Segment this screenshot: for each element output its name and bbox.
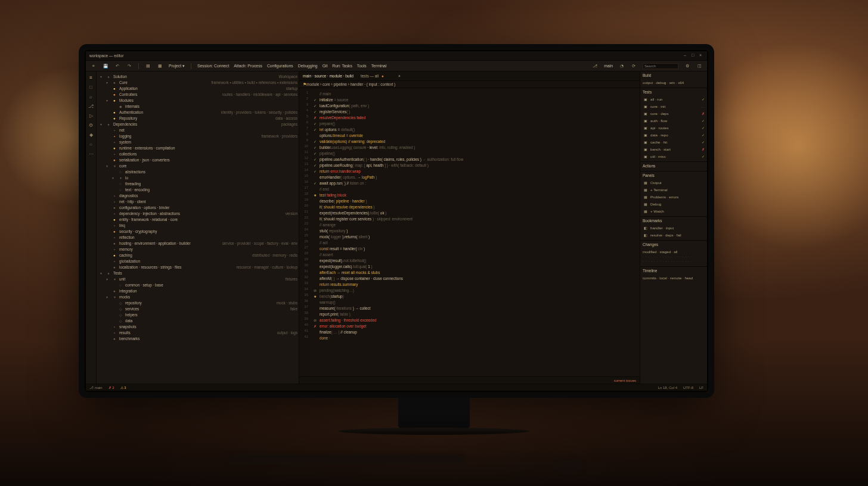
tree-row[interactable]: ▪diagnostics — [98, 193, 297, 199]
tree-row[interactable]: ◇servicesfake — [98, 306, 297, 312]
code-line[interactable]: ✗ error: allocation over budget — [312, 323, 637, 329]
gutter-glyph-icon[interactable]: ⊘ — [312, 288, 317, 292]
gutter-glyph-icon[interactable]: ★ — [312, 294, 317, 298]
tree-row[interactable]: ▪collections — [98, 151, 297, 157]
code-line[interactable]: expect(logger.calls).toEqual( 1 ) — [312, 263, 637, 269]
menu-item-7[interactable]: Terminal — [371, 64, 387, 68]
window-titlebar[interactable]: workspace — editor – □ × — [86, 51, 707, 61]
gutter-glyph-icon[interactable]: ✓ — [312, 98, 317, 102]
chevron-icon[interactable]: ▾ — [112, 175, 116, 181]
panel-row[interactable]: ▦Debug — [643, 200, 705, 207]
panel-row[interactable]: ▦Problems · errors — [643, 193, 705, 200]
tree-row[interactable]: ●integration — [98, 288, 297, 294]
code-line[interactable]: // act — [312, 239, 637, 245]
test-row[interactable]: ▣auth · flow✓ — [643, 117, 705, 124]
gutter-glyph-icon[interactable]: ✓ — [312, 145, 317, 149]
gutter-glyph-icon[interactable]: ✓ — [312, 157, 317, 161]
tree-row[interactable]: ▪loggingframework · providers — [98, 133, 297, 139]
test-row[interactable]: ▣core · init… — [643, 102, 705, 110]
code-line[interactable]: ✓builder.useLogging( console · level: in… — [312, 144, 637, 150]
tree-row[interactable]: ▾▸Tests — [98, 270, 297, 276]
tree-row[interactable]: ▪net · http · client — [98, 199, 297, 205]
code-line[interactable]: afterEach → reset all mocks & stubs — [312, 269, 637, 275]
tree-row[interactable]: ●security · cryptography — [98, 229, 297, 235]
settings-icon[interactable]: ⚙ — [684, 63, 690, 69]
code-line[interactable]: describe( pipeline · handler ) — [312, 198, 637, 204]
activity-icon-2[interactable]: ⌕ — [88, 94, 94, 100]
gutter-glyph-icon[interactable]: ✓ — [312, 104, 317, 108]
code-line[interactable]: ✓pipeline.useAuthentication( ) · handle(… — [312, 156, 637, 162]
test-row[interactable]: ▣all · run✓ — [643, 95, 705, 102]
code-line[interactable]: finalize( … ) // cleanup — [312, 329, 637, 335]
chevron-icon[interactable]: ▾ — [106, 276, 110, 282]
test-row[interactable]: ▣cache · hit✓ — [643, 138, 705, 145]
activity-icon-8[interactable]: ⋯ — [88, 151, 94, 157]
tree-row[interactable]: ●runtime · extensions · compilation — [98, 145, 297, 151]
chevron-icon[interactable]: ▾ — [106, 163, 110, 169]
code-line[interactable]: ✓pipeline() — [312, 150, 637, 156]
tree-row[interactable]: ▪globalization — [98, 258, 297, 264]
activity-icon-5[interactable]: ⚙ — [88, 123, 94, 129]
tree-row[interactable]: ▪linq — [98, 223, 297, 229]
code-line[interactable]: ✓loadConfiguration( path, env ) — [312, 102, 637, 108]
test-row[interactable]: ▣data · repo✓ — [643, 131, 705, 138]
gutter-glyph-icon[interactable]: ✓ — [312, 163, 317, 167]
tree-row[interactable]: ●Repositorydata · access — [98, 116, 297, 122]
tree-row[interactable]: ▪memory — [98, 247, 297, 253]
tree-row[interactable]: ▪dependency · injection · abstractionsve… — [98, 211, 297, 217]
test-row[interactable]: ▣core · deps✗ — [643, 110, 705, 117]
tree-row[interactable]: ▾▾mocks — [98, 294, 297, 300]
code-line[interactable]: ✓return error.handler.wrap — [312, 168, 637, 174]
grid-icon[interactable]: ▦ — [157, 63, 163, 69]
activity-icon-1[interactable]: □ — [88, 85, 94, 91]
code-line[interactable]: ✗resolveDependencies failed — [312, 114, 637, 120]
code-line[interactable]: expect(resolveDependencies).toBe( ok ) — [312, 210, 637, 216]
code-line[interactable]: // main — [312, 91, 637, 96]
build-config-label[interactable]: output · debug · win · x64 — [643, 80, 684, 85]
code-line[interactable]: it( should register core services ) · sk… — [312, 216, 637, 222]
panel-row[interactable]: ▦Output — [643, 179, 705, 186]
menu-item-2[interactable]: Configurations — [267, 64, 293, 68]
tree-row[interactable]: ◇helpers — [98, 312, 297, 318]
code-line[interactable]: measure( iterations ) → collect — [312, 305, 637, 311]
gutter-glyph-icon[interactable]: ✓ — [312, 127, 317, 132]
tree-row[interactable]: ▪snapshots — [98, 324, 297, 330]
branch-label[interactable]: main — [604, 64, 613, 68]
code-line[interactable]: report.print( table ) — [312, 311, 637, 317]
bell-icon[interactable]: ◔ — [619, 63, 625, 69]
tree-row[interactable]: ●benchmarks — [98, 336, 297, 342]
tree-row[interactable]: ●Controllersroutes · handlers · middlewa… — [98, 92, 297, 98]
status-eol[interactable]: LF — [699, 386, 703, 390]
code-line[interactable]: // end — [312, 186, 637, 192]
chevron-icon[interactable]: ▾ — [100, 122, 104, 127]
project-dropdown[interactable]: Project ▾ — [169, 64, 185, 68]
close-button[interactable]: × — [698, 53, 703, 59]
tree-row[interactable]: ●serialization · json · converters — [98, 157, 297, 163]
gutter-glyph-icon[interactable]: ✓ — [312, 122, 317, 126]
chevron-icon[interactable]: ▾ — [100, 74, 104, 80]
menu-item-1[interactable]: Attach: Process — [234, 64, 262, 68]
code-line[interactable]: ⊘pending(watching…) — [312, 287, 637, 293]
gutter-glyph-icon[interactable]: ✗ — [312, 324, 317, 328]
tree-row[interactable]: ▾▾unitfixtures — [98, 276, 297, 282]
tree-row[interactable]: ◇repositorymock · stubs — [98, 300, 297, 306]
tree-row[interactable]: ○threading — [98, 181, 297, 187]
menu-item-0[interactable]: Session: Connect — [197, 64, 229, 68]
split-icon[interactable]: ◫ — [696, 63, 702, 69]
tree-row[interactable]: ▾▾core — [98, 163, 297, 169]
code-line[interactable]: ✓pipeline.useRouting( map: [ api, health… — [312, 162, 637, 168]
tree-row[interactable]: ▪resultsoutput · logs — [98, 330, 297, 336]
activity-icon-4[interactable]: ▷ — [88, 113, 94, 119]
tree-row[interactable]: ○common · setup · base — [98, 282, 297, 288]
activity-icon-0[interactable]: ≡ — [88, 75, 94, 81]
menu-icon[interactable]: ≡ — [91, 63, 97, 69]
maximize-button[interactable]: □ — [690, 53, 696, 59]
code-line[interactable]: ✓validate(options) // warning: deprecate… — [312, 138, 637, 144]
branch-icon[interactable]: ⎇ — [592, 63, 598, 69]
redo-icon[interactable]: ↷ — [126, 63, 132, 69]
panel-row[interactable]: ▦+ Terminal — [643, 186, 705, 193]
bookmark-row[interactable]: ◧handler · input — [643, 224, 705, 231]
chevron-icon[interactable]: ▾ — [106, 98, 110, 104]
code-line[interactable]: ★test failing block — [312, 192, 637, 198]
gutter-glyph-icon[interactable]: ★ — [312, 193, 317, 197]
